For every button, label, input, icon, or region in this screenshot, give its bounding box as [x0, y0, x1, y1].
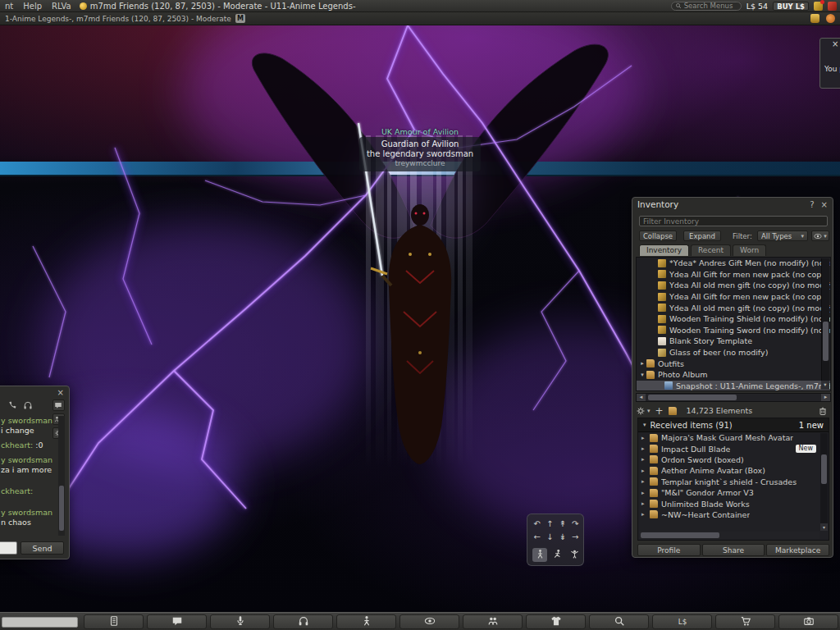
scrollbar-thumb[interactable] [823, 322, 829, 361]
scrollbar-thumb[interactable] [59, 486, 64, 531]
fly-mode-button[interactable] [567, 548, 582, 562]
move-arrow-button[interactable]: ↟ [556, 518, 569, 530]
received-item[interactable]: ▸ ~NW~Heart Container [638, 509, 819, 520]
chat-button[interactable] [147, 614, 207, 629]
collapse-button[interactable]: Collapse [639, 231, 677, 241]
inventory-item[interactable]: Ydea All Gift for men new pack (no copy)… [637, 269, 830, 281]
sound-icon[interactable] [23, 400, 33, 410]
move-arrow-button[interactable]: ↑ [544, 518, 557, 530]
buy-currency-button[interactable] [652, 614, 712, 629]
move-button[interactable] [336, 614, 396, 629]
move-arrow-button[interactable]: ↡ [556, 531, 569, 543]
gear-icon[interactable] [636, 406, 646, 416]
move-arrow-button[interactable]: ← [531, 531, 544, 543]
received-item[interactable]: ▸ Majora's Mask Guard Mesh Avatar [638, 432, 819, 443]
scroll-left-icon[interactable]: ◂ [637, 394, 646, 401]
menu-item[interactable]: Help [23, 2, 42, 11]
received-horizontal-scrollbar[interactable] [639, 532, 819, 539]
expand-button[interactable]: Expand [683, 231, 721, 241]
chat-scrollbar[interactable] [58, 416, 65, 536]
scrollbar-thumb[interactable] [641, 532, 719, 538]
expander-icon[interactable]: ▸ [641, 468, 650, 474]
close-icon[interactable]: × [57, 388, 64, 397]
inventory-horizontal-scrollbar[interactable]: ◂ ▸ [636, 393, 831, 402]
scroll-right-icon[interactable]: ▸ [821, 394, 830, 401]
outfit-button[interactable] [526, 614, 586, 629]
star-icon[interactable] [826, 14, 835, 23]
call-icon[interactable] [7, 400, 17, 410]
inventory-item[interactable]: *Ydea* Andres Gift Men (no modify) (no t… [637, 258, 830, 269]
people-button[interactable] [463, 614, 523, 629]
expander-icon[interactable]: ▸ [641, 478, 650, 485]
inventory-tab[interactable]: Recent [691, 244, 731, 256]
inventory-item[interactable]: Wooden Training Sword (no modify) (no tr… [637, 325, 830, 336]
inventory-filter-input[interactable] [639, 216, 828, 226]
notification-toast[interactable]: × You p [819, 38, 840, 89]
scrollbar-thumb[interactable] [821, 454, 827, 484]
add-item-button[interactable]: + [655, 405, 664, 417]
expander-icon[interactable]: ▸ [641, 435, 650, 441]
received-item[interactable]: ▸ Unlimited Blade Works [638, 498, 819, 509]
received-item[interactable]: ▸ Templar knight`s shield - Crusades [638, 477, 819, 487]
received-item[interactable]: ▸ Ordon Sword (boxed) [638, 454, 819, 465]
gift-notification-icon[interactable] [814, 2, 823, 11]
conversations-icon[interactable] [52, 399, 65, 411]
snapshot-button[interactable] [778, 614, 838, 629]
inventory-item[interactable]: Ydea All old men gift (no copy) (no modi… [637, 302, 830, 313]
inventory-item[interactable]: ▾ Photo Album [637, 369, 830, 381]
expander-open-icon[interactable]: ▾ [643, 422, 646, 428]
inventory-tab[interactable]: Inventory [639, 244, 689, 256]
notecard-button[interactable] [84, 614, 144, 629]
send-button[interactable]: Send [21, 541, 64, 555]
marketplace-button[interactable] [715, 614, 775, 629]
received-item[interactable]: ▸ "M&I" Gondor Armor V3 [638, 487, 819, 498]
marketplace-button[interactable]: Marketplace [766, 544, 829, 556]
avatar-nametag[interactable]: UK Amour of Avilion Guardian of Avilion … [359, 127, 481, 171]
received-item[interactable]: ▸ Impact Dull Blade New [638, 443, 819, 454]
shopping-bag-icon[interactable] [810, 14, 819, 23]
profile-button[interactable]: Profile [637, 544, 701, 556]
sound-button[interactable] [273, 614, 333, 629]
inventory-tab[interactable]: Worn [733, 244, 766, 256]
inventory-item[interactable]: Snapshot : U11-Anime Legends-, m7md Frie… [637, 381, 830, 391]
close-icon[interactable]: × [821, 200, 828, 209]
share-button[interactable]: Share [702, 544, 765, 556]
run-mode-button[interactable] [550, 548, 564, 562]
search-button[interactable] [589, 614, 649, 629]
walk-mode-button[interactable] [532, 548, 547, 562]
inventory-titlebar[interactable]: Inventory ? × [632, 198, 833, 211]
inventory-item[interactable]: Blank Story Template [637, 336, 830, 347]
filter-type-dropdown[interactable]: All Types ▾ [757, 231, 808, 241]
move-arrow-button[interactable]: → [569, 531, 582, 543]
received-items-header[interactable]: ▾ Received items (91) 1 new [638, 418, 829, 432]
inventory-item[interactable]: Glass of beer (no modify) [637, 347, 830, 358]
chevron-down-icon[interactable]: ▾ [647, 408, 651, 414]
inventory-item[interactable]: Ydea All old men gift (no copy) (no modi… [637, 280, 830, 291]
inventory-vertical-scrollbar[interactable] [821, 258, 829, 381]
move-arrow-button[interactable]: ↶ [531, 518, 544, 530]
alert-icon[interactable] [828, 2, 837, 11]
view-options-dropdown[interactable]: ▾ [811, 231, 829, 241]
scrollbar-thumb[interactable] [648, 395, 737, 400]
inventory-item[interactable]: Wooden Training Shield (no modify) (no t… [637, 313, 830, 325]
scroll-down-icon[interactable]: ▾ [821, 381, 829, 390]
location-text[interactable]: 1-Anime Legends-, m7md Friends (120, 87,… [5, 15, 231, 23]
help-button[interactable]: ? [810, 200, 814, 209]
trash-icon[interactable] [818, 406, 828, 416]
camera-controls-button[interactable] [399, 614, 459, 629]
expander-icon[interactable]: ▸ [641, 456, 650, 463]
chat-input[interactable] [0, 541, 17, 555]
received-vertical-scrollbar[interactable] [820, 433, 828, 531]
move-arrow-button[interactable]: ↷ [569, 518, 582, 530]
chat-titlebar[interactable]: × [0, 386, 69, 398]
expander-icon[interactable]: ▾ [638, 372, 646, 378]
chat-bar[interactable] [2, 617, 78, 628]
expander-icon[interactable]: ▸ [641, 445, 650, 452]
expander-icon[interactable]: ▸ [641, 490, 650, 496]
expander-icon[interactable]: ▸ [641, 500, 650, 507]
inventory-item[interactable]: Ydea All Gift for men new pack (no copy)… [637, 291, 830, 303]
scroll-down-icon[interactable]: ▾ [820, 523, 828, 531]
expander-icon[interactable]: ▸ [638, 360, 646, 367]
expander-icon[interactable]: ▸ [641, 511, 650, 518]
menu-item[interactable]: nt [5, 2, 13, 11]
